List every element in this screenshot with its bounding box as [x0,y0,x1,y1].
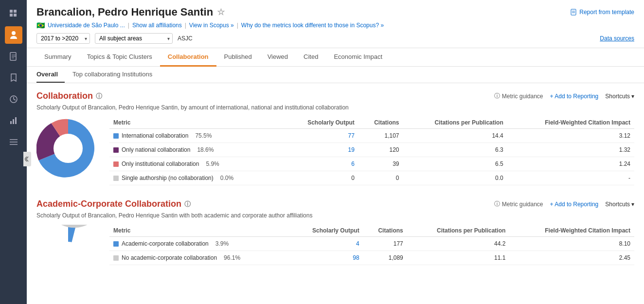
tab-published[interactable]: Published [216,48,260,67]
affiliation-link[interactable]: Universidade de São Paulo ... [48,22,125,29]
country-flag: 🇧🇷 [36,21,45,29]
svg-rect-12 [10,121,12,124]
natl-cpp: 6.3 [403,143,507,157]
collaboration-title: Collaboration ⓘ [36,91,102,101]
svg-rect-14 [15,117,17,124]
star-icon[interactable]: ☆ [217,7,225,18]
tab-summary[interactable]: Summary [36,48,79,67]
ac-chart-table: Metric Scholarly Output Citations Citati… [36,225,634,288]
collaboration-pie-chart [36,117,100,180]
show-all-affiliations[interactable]: Show all affiliations [132,22,182,29]
ac-shortcuts[interactable]: Shortcuts ▾ [605,201,634,208]
report-from-template-link[interactable]: Report from template [571,9,634,16]
academic-corporate-desc: Scholarly Output of Brancalion, Pedro He… [36,212,634,219]
single-scholarly: 0 [284,171,358,185]
academic-corporate-info-icon[interactable]: ⓘ [184,200,191,209]
ac-col-fwci: Field-Weighted Citation Impact [509,225,634,237]
ac-metric-guidance[interactable]: ⓘ Metric guidance [494,200,543,208]
collaboration-shortcuts[interactable]: Shortcuts ▾ [605,93,634,100]
sidebar-toggle[interactable] [23,152,31,166]
academic-corporate-title: Academic-Corporate Collaboration ⓘ [36,199,191,209]
author-name-section: Brancalion, Pedro Henrique Santin ☆ [36,6,225,18]
no-ac-collab-color [113,255,119,261]
no-ac-fwci: 2.45 [509,251,634,265]
ac-scholarly[interactable]: 4 [356,240,359,247]
sidebar [0,0,27,304]
intl-fwci: 3.12 [507,129,634,143]
content-area: Collaboration ⓘ ⓘ Metric guidance + Add … [27,83,644,304]
natl-collab-label: Only national collaboration [122,146,190,153]
date-filter[interactable]: 2017 to >2020 [36,33,90,44]
tab-viewed[interactable]: Viewed [260,48,296,67]
why-different-link[interactable]: Why do the metrics look different to tho… [241,22,384,29]
sidebar-icon-grid[interactable] [5,5,22,22]
inst-cpp: 6.5 [403,157,507,171]
col-citations: Citations [358,117,403,129]
inst-collab-label: Only institutional collaboration [122,161,199,167]
natl-citations: 120 [358,143,403,157]
natl-scholarly[interactable]: 19 [348,146,354,153]
sidebar-icon-list[interactable] [5,133,22,151]
no-ac-citations: 1,089 [363,251,407,265]
svg-rect-0 [10,10,13,13]
svg-rect-3 [14,14,17,17]
sub-tabs-bar: Overall Top collaborating Institutions [27,67,644,83]
sidebar-icon-bookmark[interactable] [5,69,22,87]
table-row: No academic-corporate collaboration 96.1… [109,251,634,265]
academic-corporate-pie-chart [36,225,100,288]
academic-corporate-section: Academic-Corporate Collaboration ⓘ ⓘ Met… [36,199,634,288]
ac-citations: 177 [363,237,407,251]
collaboration-info-icon[interactable]: ⓘ [96,92,102,101]
academic-corporate-header: Academic-Corporate Collaboration ⓘ ⓘ Met… [36,199,634,209]
sub-tab-overall[interactable]: Overall [36,67,65,83]
collaboration-table: Metric Scholarly Output Citations Citati… [109,117,634,185]
no-ac-scholarly[interactable]: 98 [353,254,359,261]
collaboration-add-reporting[interactable]: + Add to Reporting [550,93,599,100]
svg-rect-2 [10,14,13,17]
view-in-scopus[interactable]: View in Scopus » [189,22,234,29]
col-metric: Metric [109,117,284,129]
svg-rect-18 [571,9,576,15]
subject-filter[interactable]: All subject areas [95,33,173,44]
intl-cpp: 14.4 [403,129,507,143]
tab-topics[interactable]: Topics & Topic Clusters [79,48,160,67]
ac-fwci: 8.10 [509,237,634,251]
sub-tab-top-institutions[interactable]: Top collaborating Institutions [72,67,159,83]
tab-cited[interactable]: Cited [296,48,326,67]
intl-scholarly[interactable]: 77 [348,132,354,139]
sidebar-icon-document[interactable] [5,48,22,65]
main-content: Brancalion, Pedro Henrique Santin ☆ Repo… [27,0,644,304]
inst-citations: 39 [358,157,403,171]
single-cpp: 0.0 [403,171,507,185]
tabs-bar: Summary Topics & Topic Clusters Collabor… [27,48,644,67]
sidebar-icon-person[interactable] [5,26,22,44]
collaboration-section: Collaboration ⓘ ⓘ Metric guidance + Add … [36,91,634,185]
inst-scholarly[interactable]: 6 [351,161,355,167]
info-circle-icon2: ⓘ [494,200,500,208]
affiliation-row: 🇧🇷 Universidade de São Paulo ... | Show … [36,21,634,29]
single-collab-color [113,176,119,181]
data-sources-link[interactable]: Data sources [600,35,634,42]
sidebar-icon-clock[interactable] [5,90,22,108]
tab-economic-impact[interactable]: Economic Impact [326,48,390,67]
collaboration-actions: ⓘ Metric guidance + Add to Reporting Sho… [494,92,634,100]
ac-col-cpp: Citations per Publication [407,225,510,237]
report-template-label: Report from template [579,9,634,16]
collaboration-metric-guidance[interactable]: ⓘ Metric guidance [494,92,543,100]
svg-point-4 [12,31,16,35]
ac-col-scholarly: Scholarly Output [290,225,363,237]
ac-add-reporting[interactable]: + Add to Reporting [550,201,599,208]
natl-fwci: 1.32 [507,143,634,157]
tab-collaboration[interactable]: Collaboration [160,48,216,67]
svg-point-22 [54,242,83,271]
svg-line-11 [14,99,16,100]
sidebar-icon-chart[interactable] [5,112,22,129]
academic-corporate-table: Metric Scholarly Output Citations Citati… [109,225,634,265]
table-row: Single authorship (no collaboration) 0.0… [109,171,634,185]
filters-row: 2017 to >2020 All subject areas ASJC Dat… [36,33,634,44]
intl-citations: 1,107 [358,129,403,143]
svg-point-21 [54,134,83,163]
col-cpp: Citations per Publication [403,117,507,129]
collaboration-section-header: Collaboration ⓘ ⓘ Metric guidance + Add … [36,91,634,101]
natl-collab-color [113,147,119,153]
